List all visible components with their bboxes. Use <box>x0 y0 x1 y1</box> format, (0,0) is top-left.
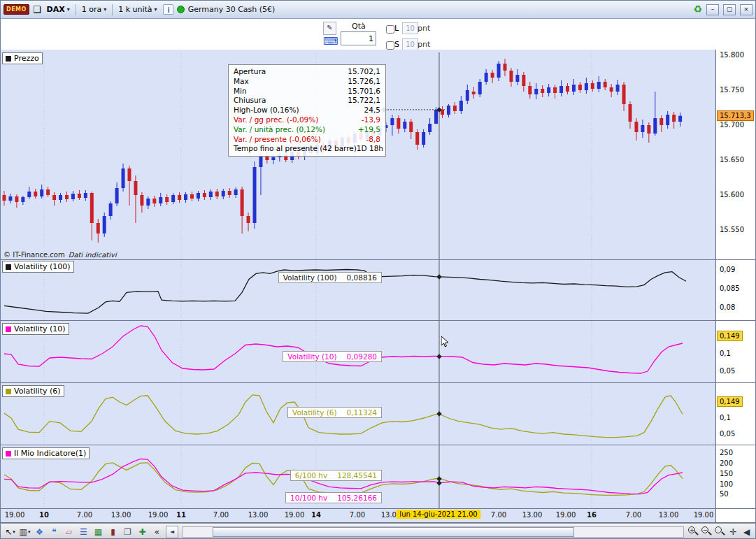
stop-checkbox[interactable] <box>386 41 394 50</box>
copyright-notice: © IT-Finance.comDati indicativi <box>3 251 117 259</box>
units-dropdown[interactable]: 1 k unità ▾ <box>116 3 159 15</box>
info-button[interactable]: i <box>163 4 173 15</box>
crosshair-marker <box>436 411 441 416</box>
series-color-icon <box>6 451 11 457</box>
panel-separator[interactable] <box>1 382 756 383</box>
quantity-label: Qtà <box>352 22 366 31</box>
tooltip-row: Apertura15.702,1 <box>229 67 385 77</box>
crosshair-marker <box>436 354 441 359</box>
series-color-icon <box>6 56 11 62</box>
panel-header-custom-indicator[interactable]: Il Mio Indicatore(1) <box>2 447 90 459</box>
bar-chart-icon[interactable]: ▮ <box>106 526 120 538</box>
chevron-down-icon: ▾ <box>155 6 157 13</box>
tooltip-row: Var. / presente (-0,06%)-8,8 <box>229 135 385 145</box>
series-color-icon <box>6 264 11 270</box>
maximize-button[interactable]: ▢ <box>723 4 736 15</box>
mouse-cursor <box>441 336 451 349</box>
quantity-input[interactable] <box>341 31 376 45</box>
tooltip-row: High-Low (0,16%)24,5 <box>229 106 385 115</box>
new-window-icon[interactable]: ❐ <box>121 526 134 538</box>
limit-label: L <box>394 24 399 33</box>
order-tools-icon[interactable]: ✎ <box>323 22 336 35</box>
news-list-icon[interactable]: ☰ <box>77 526 90 538</box>
axis-tick: 15.700 <box>720 121 744 129</box>
crosshair-date-badge: lun 14-giu-2021 21.00 <box>396 510 480 519</box>
panel-separator[interactable] <box>1 445 756 445</box>
detach-window-icon[interactable]: ❏ <box>33 5 41 14</box>
share-icon[interactable]: ❖ <box>33 526 46 538</box>
panel-separator[interactable] <box>1 259 756 260</box>
scroll-left-arrow[interactable]: ◄ <box>166 526 178 538</box>
demo-badge: DEMO <box>3 4 29 15</box>
tooltip-row: Min15.701,6 <box>229 87 385 96</box>
minimize-button[interactable]: – <box>706 4 719 15</box>
instrument-dropdown[interactable]: DAX ▾ <box>45 3 72 15</box>
pan-icon[interactable]: ✛ <box>727 527 739 537</box>
scroll-right-mini-icon[interactable]: ◀ <box>741 527 753 537</box>
zoom-in-icon[interactable]: + <box>687 526 699 538</box>
axis-tick: 50 <box>720 490 729 498</box>
tooltip-row: Max15.726,1 <box>229 77 385 87</box>
refresh-icon[interactable]: ♻ <box>693 5 702 14</box>
indicator-value-badge: 0,149 <box>717 396 743 407</box>
indicator-line-vol10 <box>4 326 683 373</box>
panel-header-volatility-6[interactable]: Volatility (6) <box>2 385 64 397</box>
zoom-reset-icon[interactable] <box>714 526 726 538</box>
stop-unit-label: pnt <box>418 40 430 49</box>
chevron-down-icon: ▾ <box>104 6 106 13</box>
axis-tick: 0,05 <box>720 367 735 375</box>
trading-window: DEMO ❏ DAX ▾ 1 ora ▾ 1 k unità ▾ i Germa… <box>0 0 756 539</box>
price-axis-strip: 15.80015.75015.70015.65015.60015.55015.7… <box>715 50 756 523</box>
zoom-out-icon[interactable]: − <box>701 526 713 538</box>
last-price-badge: 15.713,3 <box>717 110 754 121</box>
timeframe-dropdown[interactable]: 1 ora ▾ <box>80 3 109 15</box>
panel-header-label: Volatility (10) <box>14 324 66 333</box>
panel-separator[interactable] <box>1 320 756 321</box>
toolbar-divider <box>76 4 76 15</box>
status-label: Germany 30 Cash (5€) <box>188 5 276 14</box>
time-axis-label: 7.00 <box>350 511 365 519</box>
chart-style-icon[interactable]: ▥▾ <box>18 526 31 538</box>
pointer-tool-icon[interactable]: ↖▾ <box>3 526 17 538</box>
eraser-icon[interactable]: ▱ <box>62 526 76 538</box>
time-axis-label: 13.00 <box>248 511 269 519</box>
collapse-icon[interactable]: « <box>150 526 164 538</box>
add-chart-icon[interactable]: ✚ <box>136 526 149 538</box>
value-tag-ratio-10-100: 10/100 hv105,26166 <box>285 492 382 503</box>
time-axis-label: 19.00 <box>694 511 714 519</box>
tooltip-row: Var. / gg prec. (-0,09%)-13,9 <box>229 115 385 125</box>
axis-tick: 0,09 <box>720 266 735 273</box>
axis-tick: 200 <box>720 459 733 467</box>
panel-header-volatility-10[interactable]: Volatility (10) <box>2 323 69 335</box>
scrollbar-thumb[interactable] <box>213 527 575 537</box>
status-dot-icon <box>177 6 185 13</box>
tooltip-row: Var. / unità prec. (0,12%)+19,5 <box>229 125 385 135</box>
value-tag-ratio-6-100: 6/100 hv128,45541 <box>290 470 382 481</box>
axis-tick: 15.550 <box>720 226 744 233</box>
instrument-label: DAX <box>47 5 65 14</box>
close-button[interactable]: × <box>740 4 753 15</box>
time-axis-label: 7.00 <box>626 511 641 519</box>
time-axis-label: 19.00 <box>5 511 25 519</box>
time-axis-label: 13.00 <box>522 511 543 519</box>
chart-scrollbar[interactable] <box>182 526 684 538</box>
panel-header-label: Il Mio Indicatore(1) <box>14 449 86 458</box>
time-axis-label: 19.00 <box>285 511 305 519</box>
timeframe-label: 1 ora <box>82 5 102 14</box>
panel-header-label: Volatility (100) <box>14 262 71 271</box>
keyboard-icon[interactable]: ⌨ <box>323 35 338 48</box>
limit-checkbox[interactable] <box>386 25 394 34</box>
table-icon[interactable]: ▦ <box>92 526 105 538</box>
panel-header-volatility-100[interactable]: Volatility (100) <box>2 261 74 273</box>
series-color-icon <box>6 389 11 394</box>
panel-header-price[interactable]: Prezzo <box>2 52 43 64</box>
limit-points-input[interactable] <box>402 22 418 34</box>
time-axis-day-label: 14 <box>311 511 321 519</box>
comment-icon[interactable]: ❝ <box>48 526 61 538</box>
toolbar-divider <box>112 4 113 15</box>
axis-tick: 150 <box>720 470 733 477</box>
stop-points-input[interactable] <box>402 38 418 50</box>
limit-unit-label: pnt <box>418 24 430 33</box>
axis-tick: 15.750 <box>720 86 744 94</box>
titlebar: DEMO ❏ DAX ▾ 1 ora ▾ 1 k unità ▾ i Germa… <box>1 1 755 19</box>
